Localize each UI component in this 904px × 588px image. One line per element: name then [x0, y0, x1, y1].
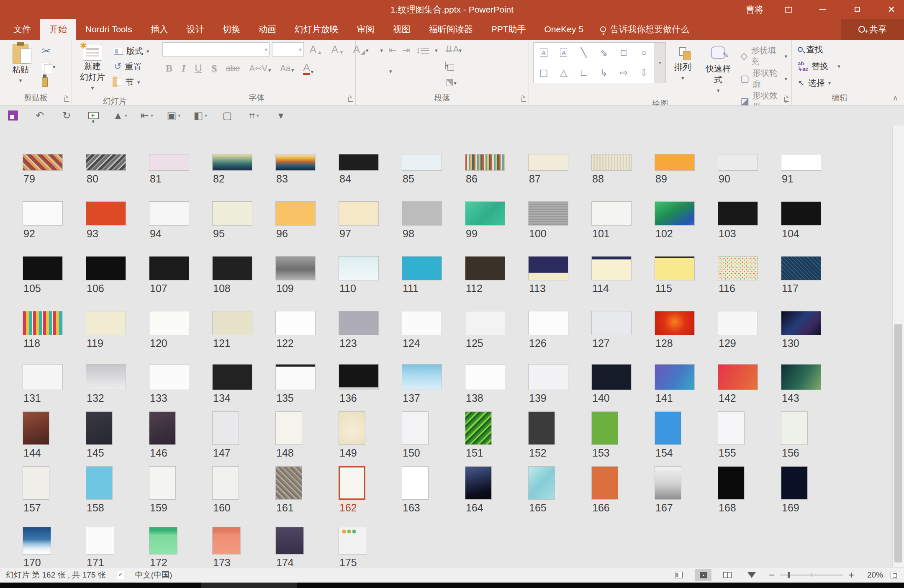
- convert-smartart-button[interactable]: ⬔▾: [445, 77, 462, 87]
- zoom-out-button[interactable]: −: [768, 569, 776, 581]
- slide-thumbnail-86[interactable]: [465, 154, 505, 171]
- bold-button[interactable]: B: [162, 62, 176, 75]
- slide-thumbnail-155[interactable]: [718, 411, 745, 445]
- slide-thumbnail-161[interactable]: [275, 466, 302, 500]
- fit-to-window-button[interactable]: [891, 572, 898, 578]
- shape-fill-button[interactable]: ◇形状填充▾: [740, 45, 787, 67]
- slide-thumbnail-129[interactable]: [718, 311, 758, 335]
- slide-thumbnail-90[interactable]: [718, 154, 758, 171]
- slide-thumbnail-93[interactable]: [86, 201, 126, 226]
- slide-thumbnail-167[interactable]: [655, 466, 681, 500]
- slide-thumbnail-95[interactable]: [212, 201, 252, 226]
- font-size-combo[interactable]: ▾: [272, 42, 304, 56]
- slide-thumbnail-92[interactable]: [23, 201, 63, 226]
- paragraph-dialog-launcher[interactable]: [521, 97, 526, 102]
- replace-button[interactable]: ab↳ac替换▾: [796, 59, 842, 73]
- tab-开始[interactable]: 开始: [40, 19, 76, 40]
- slide-thumbnail-109[interactable]: [275, 256, 316, 280]
- normal-view-button[interactable]: [670, 569, 687, 581]
- text-direction-button[interactable]: ⇊A▾: [445, 44, 462, 55]
- slide-thumbnail-163[interactable]: [402, 466, 429, 500]
- slide-thumbnail-104[interactable]: [781, 201, 821, 226]
- tab-设计[interactable]: 设计: [177, 19, 213, 40]
- triangle-icon[interactable]: △: [560, 67, 567, 78]
- slide-thumbnail-171[interactable]: [86, 527, 114, 555]
- select-objects-button[interactable]: ▢: [220, 110, 234, 121]
- new-slide-button[interactable]: 新建 幻灯片 ▾: [76, 42, 109, 95]
- slide-thumbnail-99[interactable]: [465, 201, 505, 226]
- slide-thumbnail-143[interactable]: [781, 364, 821, 390]
- tab-onekey-5[interactable]: OneKey 5: [535, 19, 593, 40]
- slide-thumbnail-79[interactable]: [23, 154, 63, 171]
- grid-button[interactable]: ⌗▾: [247, 110, 261, 121]
- slide-thumbnail-160[interactable]: [212, 466, 239, 500]
- slide-thumbnail-84[interactable]: [339, 154, 379, 171]
- language-indicator[interactable]: 中文(中国): [135, 570, 172, 580]
- slide-thumbnail-80[interactable]: [86, 154, 126, 171]
- share-button[interactable]: 共享: [841, 19, 904, 40]
- tab-审阅[interactable]: 审阅: [348, 19, 384, 40]
- slide-thumbnail-151[interactable]: [465, 411, 492, 445]
- slide-thumbnail-162[interactable]: [339, 466, 365, 500]
- increase-indent-button[interactable]: ⇥: [403, 45, 410, 56]
- slide-thumbnail-158[interactable]: [86, 466, 113, 500]
- slide-thumbnail-166[interactable]: [591, 466, 618, 500]
- strikethrough-button[interactable]: abe: [223, 63, 243, 74]
- pointer-button[interactable]: ▲▾: [113, 110, 127, 121]
- slide-thumbnail-142[interactable]: [718, 364, 758, 390]
- group-button[interactable]: ▣▾: [167, 110, 181, 121]
- slide-thumbnail-123[interactable]: [339, 311, 379, 335]
- paste-dropdown-arrow[interactable]: ▾: [19, 75, 22, 86]
- slide-thumbnail-101[interactable]: [591, 201, 632, 226]
- zoom-in-button[interactable]: +: [847, 569, 855, 581]
- reset-button[interactable]: ↺重置: [112, 59, 151, 74]
- slide-thumbnail-144[interactable]: [23, 411, 49, 445]
- slide-thumbnail-134[interactable]: [212, 364, 252, 390]
- slide-sorter-view-button[interactable]: [695, 569, 711, 581]
- slide-thumbnail-96[interactable]: [275, 201, 316, 226]
- ribbon-display-options-button[interactable]: [779, 1, 798, 18]
- slide-thumbnail-137[interactable]: [402, 364, 442, 390]
- slide-thumbnail-106[interactable]: [86, 256, 126, 280]
- slide-thumbnail-126[interactable]: [528, 311, 568, 335]
- tell-me-box[interactable]: 告诉我你想要做什么: [593, 19, 697, 40]
- copy-button[interactable]: ▾: [40, 59, 57, 74]
- font-name-combo[interactable]: ▾: [162, 42, 270, 56]
- tab-视图[interactable]: 视图: [384, 19, 420, 40]
- slide-thumbnail-110[interactable]: [339, 256, 379, 280]
- slide-thumbnail-131[interactable]: [23, 364, 63, 390]
- slide-thumbnail-97[interactable]: [339, 201, 379, 226]
- zoom-slider[interactable]: [780, 575, 843, 575]
- slide-thumbnail-122[interactable]: [275, 311, 316, 335]
- align-button[interactable]: ⇤▾: [140, 110, 154, 121]
- slide-thumbnail-145[interactable]: [86, 411, 113, 445]
- slide-thumbnail-114[interactable]: [591, 256, 632, 280]
- minimize-button[interactable]: [814, 1, 832, 18]
- slide-thumbnail-133[interactable]: [149, 364, 189, 390]
- vertical-scrollbar[interactable]: [892, 126, 904, 567]
- slide-thumbnail-89[interactable]: [655, 154, 695, 171]
- slide-thumbnail-139[interactable]: [528, 364, 568, 390]
- reading-view-button[interactable]: [719, 569, 736, 581]
- slide-thumbnail-175[interactable]: [339, 527, 367, 555]
- slide-thumbnail-87[interactable]: [528, 154, 568, 171]
- slide-thumbnail-128[interactable]: [655, 311, 695, 335]
- tab-文件[interactable]: 文件: [4, 19, 40, 40]
- slide-thumbnail-135[interactable]: [275, 364, 316, 390]
- slide-thumbnail-172[interactable]: [149, 527, 177, 555]
- slide-thumbnail-154[interactable]: [655, 411, 681, 445]
- cut-button[interactable]: ✂: [40, 44, 57, 58]
- slide-thumbnail-127[interactable]: [591, 311, 632, 335]
- slide-thumbnail-111[interactable]: [402, 256, 442, 280]
- slide-thumbnail-81[interactable]: [149, 154, 189, 171]
- arrow-line-icon[interactable]: ⇘: [600, 47, 607, 58]
- slide-thumbnail-168[interactable]: [718, 466, 745, 500]
- section-button[interactable]: 节▾: [112, 75, 151, 89]
- slide-thumbnail-115[interactable]: [655, 256, 695, 280]
- line-icon[interactable]: ╲: [581, 47, 586, 58]
- elbow-arrow-icon[interactable]: ↳: [600, 67, 607, 78]
- slide-thumbnail-136[interactable]: [339, 364, 379, 390]
- slide-thumbnail-149[interactable]: [339, 411, 365, 445]
- slide-thumbnail-112[interactable]: [465, 256, 505, 280]
- close-button[interactable]: ✕: [882, 1, 901, 18]
